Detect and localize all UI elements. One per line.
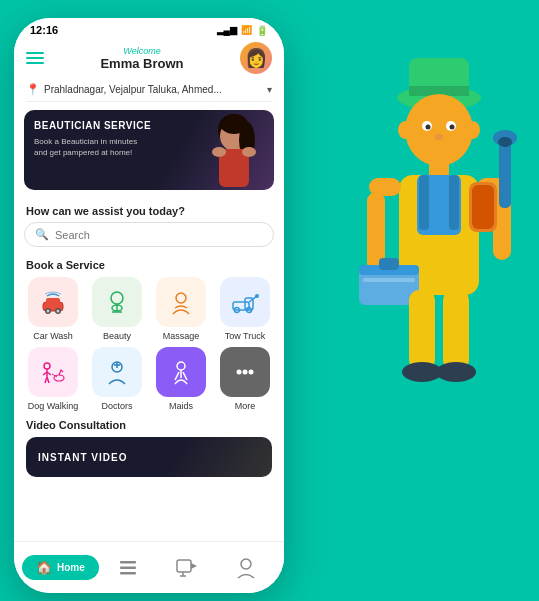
hamburger-line: [26, 52, 44, 54]
book-service-label: Book a Service: [14, 255, 284, 277]
beauty-icon-box: [92, 277, 142, 327]
svg-point-72: [241, 559, 251, 569]
svg-point-39: [242, 147, 256, 157]
svg-rect-67: [120, 572, 136, 575]
nav-item-list[interactable]: [99, 558, 158, 578]
search-bar[interactable]: 🔍: [24, 222, 274, 247]
status-bar: 12:16 ▂▄▆ 📶 🔋: [14, 18, 284, 38]
svg-point-43: [47, 310, 50, 313]
bottom-nav: 🏠 Home: [14, 541, 284, 593]
svg-point-45: [57, 310, 60, 313]
svg-point-7: [450, 125, 455, 130]
beauty-label: Beauty: [103, 331, 131, 341]
maids-icon-box: [156, 347, 206, 397]
svg-rect-28: [443, 290, 469, 370]
nav-item-profile[interactable]: [217, 557, 276, 579]
massage-label: Massage: [163, 331, 200, 341]
handyman-illustration: [279, 0, 539, 601]
svg-point-38: [212, 147, 226, 157]
service-grid: Car Wash Beauty: [14, 277, 284, 411]
nav-home-button[interactable]: 🏠 Home: [22, 555, 99, 580]
svg-point-10: [466, 121, 480, 139]
svg-rect-32: [472, 185, 494, 229]
hamburger-line: [26, 62, 44, 64]
more-label: More: [235, 401, 256, 411]
scroll-content: BEAUTICIAN SERVICE Book a Beautician in …: [14, 102, 284, 541]
app-header: Welcome Emma Brown 👩: [14, 38, 284, 80]
svg-rect-68: [177, 560, 191, 572]
svg-rect-15: [449, 175, 459, 230]
car-wash-label: Car Wash: [33, 331, 73, 341]
nav-item-video[interactable]: [158, 559, 217, 577]
svg-rect-65: [120, 561, 136, 564]
service-item-tow-truck[interactable]: Tow Truck: [216, 277, 274, 341]
dog-walking-icon-box: [28, 347, 78, 397]
svg-point-64: [249, 370, 254, 375]
svg-marker-69: [191, 563, 197, 569]
location-dropdown-icon: ▾: [267, 84, 272, 95]
promo-banner[interactable]: BEAUTICIAN SERVICE Book a Beautician in …: [24, 110, 274, 190]
massage-icon-box: [156, 277, 206, 327]
banner-subtitle: Book a Beautician in minutes and get pam…: [34, 136, 144, 158]
svg-point-6: [426, 125, 431, 130]
svg-point-8: [435, 134, 443, 140]
svg-rect-25: [379, 258, 399, 270]
banner-text: BEAUTICIAN SERVICE Book a Beautician in …: [34, 120, 151, 158]
tow-truck-label: Tow Truck: [225, 331, 266, 341]
list-icon: [118, 558, 138, 578]
service-item-massage[interactable]: Massage: [152, 277, 210, 341]
svg-rect-41: [46, 298, 60, 304]
svg-point-62: [237, 370, 242, 375]
svg-rect-66: [120, 566, 136, 569]
hamburger-line: [26, 57, 44, 59]
battery-icon: 🔋: [256, 25, 268, 36]
location-text: Prahladnagar, Vejalpur Taluka, Ahmed...: [44, 84, 263, 95]
service-item-doctors[interactable]: Doctors: [88, 347, 146, 411]
svg-point-22: [498, 137, 512, 147]
dog-walking-label: Dog Walking: [28, 401, 79, 411]
tv-icon: [176, 559, 198, 577]
user-name: Emma Brown: [44, 56, 240, 71]
status-icons: ▂▄▆ 📶 🔋: [217, 25, 268, 36]
svg-point-54: [255, 294, 259, 298]
tow-truck-icon-box: [220, 277, 270, 327]
service-item-car-wash[interactable]: Car Wash: [24, 277, 82, 341]
service-item-beauty[interactable]: Beauty: [88, 277, 146, 341]
service-item-dog-walking[interactable]: Dog Walking: [24, 347, 82, 411]
search-input[interactable]: [55, 229, 263, 241]
svg-point-9: [398, 121, 412, 139]
phone-device: 12:16 ▂▄▆ 📶 🔋 Welcome Emma Brown 👩: [14, 18, 284, 593]
video-banner-text: INSTANT VIDEO: [38, 452, 127, 463]
status-time: 12:16: [30, 24, 58, 36]
profile-icon: [236, 557, 256, 579]
svg-point-46: [111, 292, 123, 304]
phone-screen: 12:16 ▂▄▆ 📶 🔋 Welcome Emma Brown 👩: [14, 18, 284, 593]
hamburger-menu[interactable]: [26, 52, 44, 64]
nav-item-home[interactable]: 🏠 Home: [22, 555, 99, 580]
avatar[interactable]: 👩: [240, 42, 272, 74]
assist-label: How can we assist you today?: [14, 198, 284, 222]
svg-point-49: [176, 293, 186, 303]
maids-label: Maids: [169, 401, 193, 411]
svg-point-60: [177, 362, 185, 370]
svg-rect-26: [363, 278, 415, 282]
location-bar[interactable]: 📍 Prahladnagar, Vejalpur Taluka, Ahmed..…: [14, 80, 284, 101]
more-icon-box: [220, 347, 270, 397]
svg-point-55: [44, 363, 50, 369]
video-consultation-section: Video Consultation INSTANT VIDEO: [14, 411, 284, 481]
header-center: Welcome Emma Brown: [44, 46, 240, 71]
location-pin-icon: 📍: [26, 83, 40, 96]
banner-title: BEAUTICIAN SERVICE: [34, 120, 151, 132]
svg-point-63: [243, 370, 248, 375]
home-icon: 🏠: [36, 560, 52, 575]
video-consultation-title: Video Consultation: [26, 419, 272, 431]
video-banner[interactable]: INSTANT VIDEO: [26, 437, 272, 477]
svg-rect-14: [419, 175, 429, 230]
svg-rect-20: [499, 138, 511, 208]
wifi-icon: 📶: [241, 25, 252, 35]
doctors-icon-box: [92, 347, 142, 397]
service-item-maids[interactable]: Maids: [152, 347, 210, 411]
home-label: Home: [57, 562, 85, 573]
service-item-more[interactable]: More: [216, 347, 274, 411]
svg-rect-27: [409, 290, 435, 370]
